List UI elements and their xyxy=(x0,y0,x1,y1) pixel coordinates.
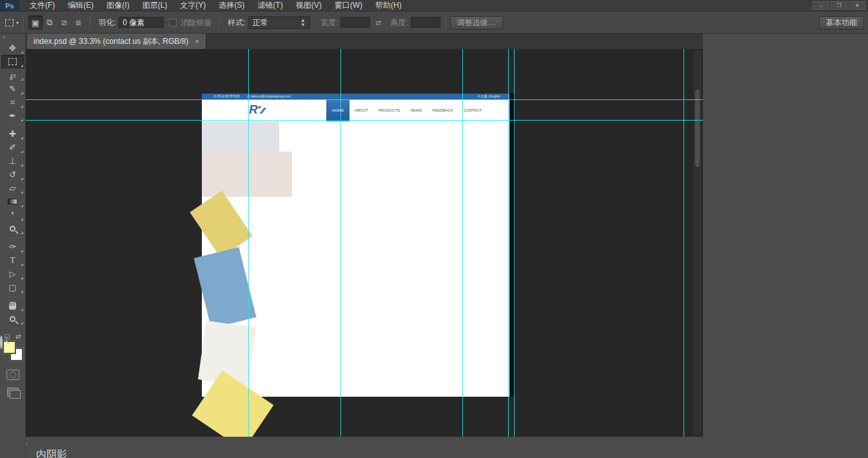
menu-item-7[interactable]: 视图(V) xyxy=(290,0,328,11)
antialias-label: 消除锯齿 xyxy=(181,17,212,28)
restore-button[interactable]: ❐ xyxy=(831,1,847,10)
title-bar: Ps 文件(F)编辑(E)图像(I)图层(L)文字(Y)选择(S)滤镜(T)视图… xyxy=(0,0,868,12)
layer-name: 内阴影 xyxy=(36,448,67,458)
spot-healing-brush-tool[interactable]: ✚ xyxy=(1,127,25,141)
site-nav-about: ABOUT xyxy=(350,99,373,121)
site-language-switch: 中文版 | English xyxy=(478,94,500,99)
menu-item-8[interactable]: 窗口(W) xyxy=(328,0,369,11)
site-nav-feedback: FEEDBACK xyxy=(427,99,458,121)
gradient-tool[interactable] xyxy=(1,195,25,208)
height-input[interactable] xyxy=(411,17,440,29)
divider xyxy=(5,296,21,297)
divider xyxy=(23,15,24,30)
canvas-scrollbar[interactable] xyxy=(694,50,701,435)
guide-vertical[interactable] xyxy=(248,49,249,437)
workspace-switcher-button[interactable]: 基本功能 xyxy=(819,16,864,30)
type-tool[interactable]: T xyxy=(1,254,25,267)
eraser-tool[interactable]: ▱ xyxy=(1,181,25,195)
menu-item-5[interactable]: 选择(S) xyxy=(212,0,251,11)
site-nav-news: NEWS xyxy=(405,99,427,121)
clone-stamp-tool[interactable]: ⊥ xyxy=(1,154,25,168)
photoshop-window: Ps 文件(F)编辑(E)图像(I)图层(L)文字(Y)选择(S)滤镜(T)视图… xyxy=(0,0,868,458)
collapse-tools-icon[interactable]: » xyxy=(0,34,25,41)
minimize-button[interactable]: – xyxy=(813,1,829,10)
menu-item-3[interactable]: 图层(L) xyxy=(136,0,174,11)
divider xyxy=(445,15,446,30)
photoshop-logo: Ps xyxy=(0,0,19,12)
add-to-selection[interactable]: ⧉ xyxy=(43,15,57,30)
history-brush-tool[interactable]: ↺ xyxy=(1,168,25,181)
move-tool[interactable]: ✥ xyxy=(1,41,25,55)
divider xyxy=(90,15,90,30)
document-tab[interactable]: index.psd @ 33.3% (contact us 副本, RGB/8)… xyxy=(27,34,206,49)
height-label: 高度: xyxy=(390,17,408,28)
menu-item-9[interactable]: 帮助(H) xyxy=(369,0,408,11)
screen-mode-button[interactable] xyxy=(7,388,19,397)
tool-preset-picker[interactable]: ▾ xyxy=(5,19,19,26)
brush-tool[interactable]: ✐ xyxy=(1,141,25,154)
document-tab-bar: index.psd @ 33.3% (contact us 副本, RGB/8)… xyxy=(26,34,703,49)
dodge-tool[interactable] xyxy=(1,222,25,235)
style-select[interactable]: 正常 ▲▼ xyxy=(248,16,310,29)
divider xyxy=(219,15,219,30)
swap-colors-icon[interactable]: ◱⇄ xyxy=(5,332,21,340)
width-label: 宽度: xyxy=(321,17,338,28)
site-nav-home: HOME xyxy=(326,99,350,121)
zoom-tool[interactable] xyxy=(1,312,25,326)
guide-vertical[interactable] xyxy=(684,49,684,437)
width-input[interactable] xyxy=(340,17,370,29)
foreground-color-swatch[interactable] xyxy=(3,341,15,353)
updown-arrows-icon: ▲▼ xyxy=(301,18,306,27)
menu-item-1[interactable]: 编辑(E) xyxy=(61,0,100,11)
close-tab-icon[interactable]: × xyxy=(195,37,199,45)
guide-vertical[interactable] xyxy=(462,49,463,437)
guide-vertical[interactable] xyxy=(340,49,341,437)
guide-vertical[interactable] xyxy=(514,49,515,437)
search-icon xyxy=(0,335,3,349)
lasso-tool[interactable]: ℘ xyxy=(1,68,25,82)
divider xyxy=(5,237,21,238)
hand-tool[interactable] xyxy=(1,299,25,312)
new-selection[interactable]: ▣ xyxy=(28,15,43,30)
guide-horizontal[interactable] xyxy=(26,120,703,121)
crop-tool[interactable]: ⌗ xyxy=(1,95,25,109)
fill-input[interactable]: 100% xyxy=(0,437,868,449)
close-button[interactable]: ✕ xyxy=(849,1,865,10)
menu-item-2[interactable]: 图像(I) xyxy=(100,0,135,11)
rounded-rectangle-tool[interactable]: ▢ xyxy=(1,281,25,294)
marquee-tool-icon xyxy=(5,19,14,26)
antialias-checkbox[interactable] xyxy=(169,19,177,26)
guide-vertical[interactable] xyxy=(508,49,509,437)
quick-selection-tool[interactable]: ✎ xyxy=(1,82,25,95)
blur-tool[interactable]: ❜ xyxy=(1,208,25,222)
layer-row[interactable]: 内阴影 xyxy=(0,449,868,458)
subtract-from-selection[interactable]: ⧄ xyxy=(57,15,71,30)
path-selection-tool[interactable]: ▷ xyxy=(1,267,25,281)
pen-tool[interactable]: ✑ xyxy=(1,240,25,254)
feather-label: 羽化: xyxy=(99,17,116,28)
layers-list: 内阴影渐变叠加图层 2fx效果投影banner切换椭圆 1 副本 4椭圆 1 副… xyxy=(0,449,868,458)
menubar: 文件(F)编辑(E)图像(I)图层(L)文字(Y)选择(S)滤镜(T)视图(V)… xyxy=(23,0,408,12)
refine-edge-button[interactable]: 调整边缘… xyxy=(450,16,503,30)
divider xyxy=(5,124,21,125)
tool-options-bar: ▾ ▣⧉⧄⧈ 羽化: 0 像素 消除锯齿 样式: 正常 ▲▼ 宽度: ⇄ 高度:… xyxy=(0,12,868,34)
site-logo: R●⁄⁄⁄ xyxy=(249,103,264,117)
style-label: 样式: xyxy=(228,17,245,28)
rectangular-marquee-tool[interactable] xyxy=(1,55,25,68)
menu-item-0[interactable]: 文件(F) xyxy=(23,0,61,11)
menu-item-4[interactable]: 文字(Y) xyxy=(173,0,212,11)
feather-input[interactable]: 0 像素 xyxy=(119,17,164,29)
eyedropper-tool[interactable]: ✒ xyxy=(1,109,25,123)
selection-mode-group: ▣⧉⧄⧈ xyxy=(28,15,85,30)
chevron-down-icon: ▾ xyxy=(16,20,19,26)
menu-item-6[interactable]: 滤镜(T) xyxy=(251,0,289,11)
site-nav-products: PRODUCTS xyxy=(373,99,406,121)
guide-horizontal[interactable] xyxy=(26,99,703,100)
quick-mask-button[interactable] xyxy=(6,370,19,380)
swap-dimensions-icon[interactable]: ⇄ xyxy=(375,19,381,27)
window-controls: –❐✕ xyxy=(813,1,868,10)
canvas-viewport[interactable]: ✆ 0512-80767626 ✉ sara.xu@rongweigroup.c… xyxy=(26,49,703,437)
intersect-selection[interactable]: ⧈ xyxy=(71,15,85,30)
tools-panel: » ✥℘✎⌗✒✚✐⊥↺▱❜✑T▷▢ ◱⇄ xyxy=(0,34,26,458)
banner-blur xyxy=(202,152,292,197)
